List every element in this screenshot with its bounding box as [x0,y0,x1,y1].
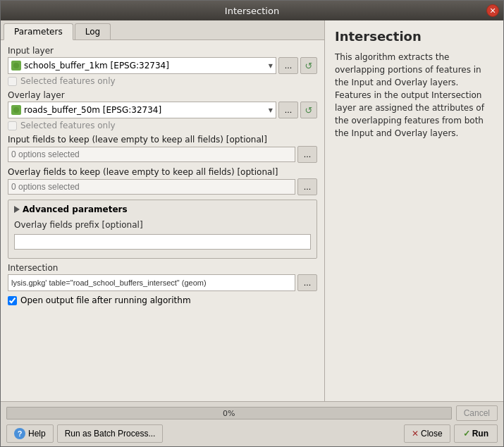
progress-bar: 0% [6,407,452,420]
input-layer-browse-button[interactable]: ... [278,57,298,74]
help-label: Help [28,429,46,439]
left-panel: Parameters Log Input layer schools_buffe… [1,20,325,401]
input-layer-row: schools_buffer_1km [EPSG:32734] ▼ ... ↺ [8,57,317,74]
open-output-row: Open output file after running algorithm [8,295,317,305]
input-layer-value: schools_buffer_1km [EPSG:32734] [24,61,169,71]
run-button[interactable]: ✓ Run [454,424,498,443]
intersection-output-label: Intersection [8,263,317,273]
overlay-fields-group: Overlay fields to keep (leave empty to k… [8,167,317,195]
help-text: This algorithm extracts the overlapping … [335,51,493,140]
input-fields-group: Input fields to keep (leave empty to kee… [8,135,317,163]
input-layer-combo[interactable]: schools_buffer_1km [EPSG:32734] ▼ [8,57,276,74]
overlay-fields-input[interactable] [8,179,295,195]
overlay-combo-arrow-icon: ▼ [269,107,273,114]
progress-text: 0% [7,408,451,420]
overlay-layer-group: Overlay layer roads_buffer_50m [EPSG:327… [8,90,317,130]
input-selected-row: Selected features only [8,76,317,86]
overlay-layer-value: roads_buffer_50m [EPSG:32734] [24,105,161,115]
overlay-selected-label: Selected features only [20,121,116,130]
tab-log[interactable]: Log [75,23,111,39]
bottom-bar: 0% Cancel ? Help Run as Batch Process...… [1,401,503,446]
main-area: Parameters Log Input layer schools_buffe… [1,20,503,401]
tab-parameters[interactable]: Parameters [4,23,73,40]
action-row: ? Help Run as Batch Process... ✕ Close ✓… [6,424,498,443]
open-output-label: Open output file after running algorithm [20,295,191,305]
main-window: Intersection ✕ Parameters Log Input laye… [0,0,504,447]
close-window-button[interactable]: ✕ [486,4,499,17]
overlay-layer-row: roads_buffer_50m [EPSG:32734] ▼ ... ↺ [8,102,317,118]
help-title: Intersection [335,29,493,44]
input-fields-label: Input fields to keep (leave empty to kee… [8,135,317,145]
prefix-label: Overlay fields prefix [optional] [14,220,311,230]
triangle-icon [14,206,20,213]
progress-row: 0% Cancel [6,405,498,421]
overlay-layer-refresh-button[interactable]: ↺ [300,102,317,118]
help-panel: Intersection This algorithm extracts the… [325,20,503,401]
input-layer-refresh-button[interactable]: ↺ [300,57,317,74]
open-output-checkbox[interactable] [8,296,17,305]
prefix-input[interactable] [14,234,311,250]
overlay-layer-browse-button[interactable]: ... [278,102,298,118]
close-button[interactable]: ✕ Close [404,424,450,443]
overlay-fields-browse-button[interactable]: ... [297,178,317,195]
intersection-row: ... [8,274,317,291]
input-fields-row: ... [8,146,317,163]
overlay-fields-row: ... [8,178,317,195]
batch-process-button[interactable]: Run as Batch Process... [57,424,164,443]
x-icon: ✕ [412,429,419,439]
input-fields-browse-button[interactable]: ... [297,146,317,163]
advanced-section: Advanced parameters Overlay fields prefi… [8,200,317,259]
left-actions: ? Help Run as Batch Process... [6,424,163,443]
layer-icon [11,61,21,71]
advanced-title: Advanced parameters [14,204,311,214]
close-label: Close [421,429,443,439]
overlay-fields-label: Overlay fields to keep (leave empty to k… [8,167,317,177]
intersection-output-input[interactable] [8,274,295,291]
prefix-group: Overlay fields prefix [optional] [14,220,311,250]
overlay-layer-label: Overlay layer [8,90,317,100]
intersection-output-group: Intersection ... Open output file after … [8,263,317,305]
title-bar: Intersection ✕ [1,1,503,20]
overlay-selected-row: Selected features only [8,121,317,130]
combo-arrow-icon: ▼ [269,63,273,69]
run-label: Run [472,429,488,439]
help-text-content: This algorithm extracts the overlapping … [335,52,484,138]
input-fields-input[interactable] [8,147,295,162]
parameters-area: Input layer schools_buffer_1km [EPSG:327… [1,40,324,401]
overlay-layer-combo[interactable]: roads_buffer_50m [EPSG:32734] ▼ [8,102,276,118]
input-layer-label: Input layer [8,46,317,56]
advanced-title-text: Advanced parameters [23,204,128,214]
help-circle-icon: ? [14,428,25,439]
intersection-browse-button[interactable]: ... [297,274,317,291]
right-actions: ✕ Close ✓ Run [404,424,498,443]
help-button[interactable]: ? Help [6,424,54,443]
overlay-selected-checkbox[interactable] [8,121,17,130]
input-selected-label: Selected features only [20,76,116,86]
input-selected-checkbox[interactable] [8,77,17,86]
overlay-layer-icon [11,105,21,115]
window-title: Intersection [6,6,498,16]
check-icon: ✓ [463,429,470,439]
tab-bar: Parameters Log [1,20,324,40]
cancel-button[interactable]: Cancel [456,405,498,421]
input-layer-group: Input layer schools_buffer_1km [EPSG:327… [8,46,317,86]
